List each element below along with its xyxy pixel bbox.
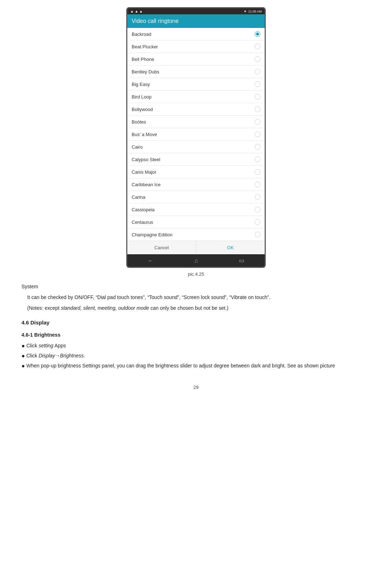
bullet-1-text: Click setting Apps [26,342,66,350]
ringtone-item[interactable]: Cassiopeia [127,203,265,216]
radio-circle [255,131,260,137]
radio-circle [255,169,260,175]
ok-button[interactable]: OK [196,241,265,254]
doc-content: System It can be checked by ON/OFF, “Dia… [21,283,371,370]
radio-circle [255,232,260,237]
ringtone-name: Caribbean Ice [132,182,161,187]
ringtone-list: BackroadBeat PluckerBell PhoneBentley Du… [127,28,265,241]
bullet-2-prefix: Click [26,353,39,358]
signal-strength-icon: ▼ [244,10,247,13]
back-nav-icon[interactable]: ← [148,257,153,264]
recent-nav-icon[interactable]: ▭ [239,257,244,264]
ringtone-item[interactable]: Carina [127,191,265,203]
phone-container: ▲ ▲ ▲ ▼ 11:05 AM Video call ringtone Bac… [21,7,371,268]
ringtone-item[interactable]: Bus' a Move [127,128,265,141]
ringtone-name: Beat Plucker [132,44,158,49]
ringtone-item[interactable]: Bentley Dubs [127,66,265,78]
status-bar-right: ▼ 11:05 AM [244,10,262,13]
nav-bar: ← ⌂ ▭ [127,254,265,267]
bullet-item-1: ● Click setting Apps [21,342,371,350]
bullet-dot-2: ● [21,352,25,360]
radio-circle [255,44,260,49]
ringtone-item[interactable]: Beat Plucker [127,40,265,53]
notes-suffix: can only be chosen but not be set.) [149,305,229,311]
ringtone-name: Bus' a Move [132,132,157,137]
status-bar-left: ▲ ▲ ▲ [130,9,143,13]
section-461-heading: 4.6-1 Brightness [21,331,371,339]
ringtone-item[interactable]: Bird Loop [127,91,265,103]
radio-circle [255,182,260,187]
ringtone-item[interactable]: Caribbean Ice [127,178,265,191]
ringtone-item[interactable]: Canis Major [127,166,265,178]
time-display: 11:05 AM [248,10,262,13]
bullet-item-2: ● Click Display→Brightness. [21,352,371,360]
ringtone-name: Champagne Edition [132,232,172,237]
ringtone-item[interactable]: Cairo [127,141,265,153]
ringtone-item[interactable]: Calypso Steel [127,153,265,166]
ringtone-item[interactable]: Bollywood [127,103,265,116]
radio-circle [255,207,260,212]
ringtone-name: Carina [132,194,145,200]
bullet-2-arrow: → [55,353,60,358]
bullet-1-prefix: Click [26,343,39,348]
caption: pic.4.25 [21,271,371,277]
home-nav-icon[interactable]: ⌂ [195,257,198,264]
radio-circle [255,106,260,112]
ringtone-name: Bollywood [132,107,153,112]
bullet-3-text: When pop-up brightness Settings panel, y… [26,362,335,370]
page-wrapper: ▲ ▲ ▲ ▼ 11:05 AM Video call ringtone Bac… [0,0,392,404]
radio-circle [255,56,260,62]
ringtone-name: Big Easy [132,82,150,87]
radio-circle [255,219,260,225]
ringtone-item[interactable]: Backroad [127,28,265,40]
bullet-2-text: Click Display→Brightness. [26,352,85,360]
bullet-dot-3: ● [21,362,25,370]
phone-frame: ▲ ▲ ▲ ▼ 11:05 AM Video call ringtone Bac… [126,7,266,268]
section-46-heading: 4.6 Display [21,318,371,327]
radio-circle [255,156,260,162]
ringtone-name: Bird Loop [132,94,152,100]
cancel-button[interactable]: Cancel [127,241,196,254]
ringtone-name: Calypso Steel [132,157,160,162]
bullet-2-suffix: . [84,353,85,358]
bullet-1-italic: setting [39,343,53,348]
page-number: 29 [21,385,371,390]
signal-icons: ▲ ▲ ▲ [130,9,143,13]
radio-circle [255,69,260,74]
bullet-item-3: ● When pop-up brightness Settings panel,… [21,362,371,370]
radio-circle [255,144,260,150]
bullet-dot-1: ● [21,342,25,350]
ringtone-name: Centaurus [132,220,153,225]
system-text: It can be checked by ON/OFF, “Dial pad t… [21,293,371,302]
ringtone-item[interactable]: Boötes [127,116,265,128]
notes-text: (Notes: except standard, silent, meeting… [21,304,371,313]
status-bar: ▲ ▲ ▲ ▼ 11:05 AM [127,8,265,14]
ringtone-name: Cairo [132,144,143,150]
notes-prefix: (Notes: except [27,305,61,311]
ringtone-name: Backroad [132,32,151,37]
ringtone-name: Boötes [132,119,146,125]
app-header: Video call ringtone [127,14,265,28]
ringtone-name: Canis Major [132,169,156,175]
radio-circle [255,31,260,37]
ringtone-name: Bell Phone [132,57,154,62]
bullet-2-italic2: Brightness [60,353,84,358]
ringtone-name: Cassiopeia [132,207,155,212]
ringtone-item[interactable]: Champagne Edition [127,228,265,241]
ringtone-item[interactable]: Bell Phone [127,53,265,66]
dialog-buttons: Cancel OK [127,241,265,254]
notes-italic: standard, silent, meeting, outdoor mode [61,305,149,311]
ringtone-item[interactable]: Big Easy [127,78,265,91]
ringtone-name: Bentley Dubs [132,69,159,74]
ringtone-item[interactable]: Centaurus [127,216,265,228]
radio-circle [255,81,260,87]
app-header-title: Video call ringtone [132,18,260,24]
radio-circle [255,194,260,200]
radio-circle [255,119,260,125]
system-label: System [21,283,371,291]
radio-circle [255,94,260,100]
bullet-1-suffix: Apps [53,343,66,348]
bullet-2-italic: Display [39,353,55,358]
